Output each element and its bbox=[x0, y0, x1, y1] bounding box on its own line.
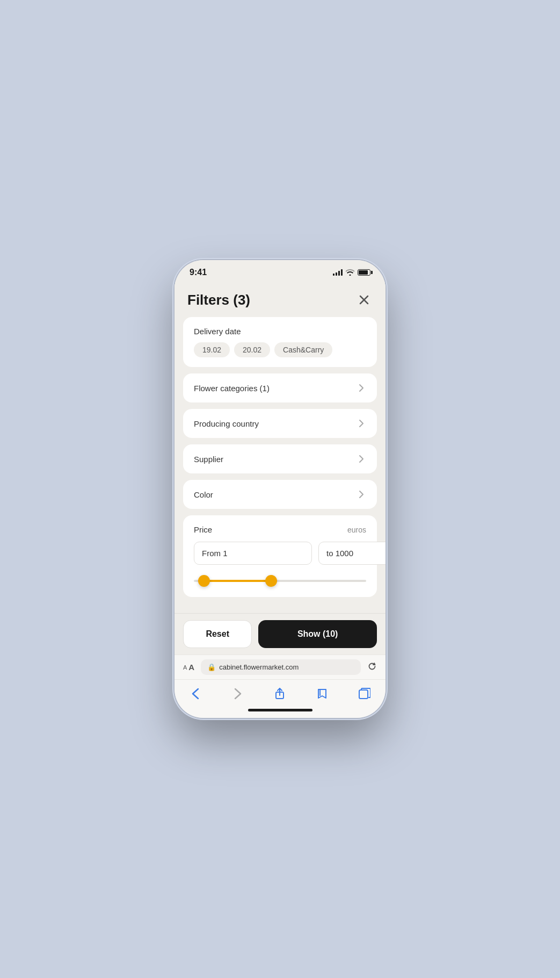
price-to-input[interactable] bbox=[318, 542, 386, 565]
reload-button[interactable] bbox=[367, 661, 377, 673]
home-indicator bbox=[174, 704, 386, 718]
producing-country-label: Producing country bbox=[194, 419, 259, 428]
forward-icon bbox=[234, 688, 242, 700]
filter-header: Filters (3) bbox=[174, 281, 386, 317]
nav-bookmarks-button[interactable] bbox=[310, 685, 334, 702]
producing-country-row[interactable]: Producing country bbox=[194, 419, 366, 428]
phone-frame: 9:41 Filters (3) bbox=[174, 260, 386, 718]
flower-categories-label: Flower categories (1) bbox=[194, 384, 270, 393]
price-from-input[interactable] bbox=[194, 542, 312, 565]
tabs-icon bbox=[359, 688, 370, 700]
home-bar bbox=[248, 709, 312, 711]
nav-bar bbox=[174, 679, 386, 704]
signal-icon bbox=[333, 269, 343, 276]
reload-icon bbox=[367, 661, 377, 671]
filter-panel: Filters (3) Delivery date 19.02 bbox=[174, 281, 386, 655]
nav-share-button[interactable] bbox=[268, 685, 292, 702]
supplier-row[interactable]: Supplier bbox=[194, 454, 366, 464]
status-time: 9:41 bbox=[190, 268, 207, 277]
slider-thumb-max[interactable] bbox=[265, 575, 277, 587]
chevron-right-icon bbox=[357, 383, 366, 393]
nav-back-button[interactable] bbox=[184, 685, 207, 702]
color-row[interactable]: Color bbox=[194, 490, 366, 499]
nav-forward-button[interactable] bbox=[226, 685, 250, 702]
date-chip-1902[interactable]: 19.02 bbox=[194, 342, 230, 357]
text-size-control[interactable]: A A bbox=[183, 663, 194, 672]
browser-url: cabinet.flowermarket.com bbox=[219, 663, 299, 671]
back-icon bbox=[192, 688, 199, 700]
close-icon bbox=[359, 295, 369, 305]
share-icon bbox=[274, 688, 285, 700]
close-button[interactable] bbox=[355, 291, 373, 308]
main-content: Filters (3) Delivery date 19.02 bbox=[174, 281, 386, 655]
wifi-icon bbox=[346, 269, 354, 276]
show-button[interactable]: Show (10) bbox=[258, 620, 377, 648]
reset-button[interactable]: Reset bbox=[183, 620, 252, 648]
date-chip-cashcarry[interactable]: Cash&Carry bbox=[274, 342, 332, 357]
supplier-card[interactable]: Supplier bbox=[183, 444, 377, 473]
delivery-date-title: Delivery date bbox=[194, 327, 366, 336]
price-label: Price bbox=[194, 525, 212, 534]
color-card[interactable]: Color bbox=[183, 480, 377, 509]
supplier-label: Supplier bbox=[194, 455, 223, 464]
text-size-large: A bbox=[188, 663, 194, 672]
filter-title: Filters (3) bbox=[187, 292, 250, 308]
price-card: Price euros bbox=[183, 515, 377, 597]
chevron-right-icon bbox=[357, 419, 366, 428]
slider-thumb-min[interactable] bbox=[198, 575, 210, 587]
nav-tabs-button[interactable] bbox=[353, 685, 376, 702]
delivery-date-card: Delivery date 19.02 20.02 Cash&Carry bbox=[183, 317, 377, 367]
battery-icon bbox=[358, 269, 370, 276]
flower-categories-card[interactable]: Flower categories (1) bbox=[183, 373, 377, 402]
price-currency: euros bbox=[347, 526, 366, 534]
price-inputs bbox=[194, 542, 366, 565]
slider-fill bbox=[208, 580, 272, 582]
browser-url-bar[interactable]: 🔒 cabinet.flowermarket.com bbox=[201, 659, 361, 675]
browser-bar: A A 🔒 cabinet.flowermarket.com bbox=[174, 655, 386, 679]
filter-sections: Delivery date 19.02 20.02 Cash&Carry bbox=[174, 317, 386, 613]
bottom-actions: Reset Show (10) bbox=[174, 613, 386, 655]
chevron-right-icon bbox=[357, 454, 366, 464]
flower-categories-row[interactable]: Flower categories (1) bbox=[194, 383, 366, 393]
chevron-right-icon bbox=[357, 490, 366, 499]
status-icons bbox=[333, 269, 370, 276]
svg-rect-4 bbox=[359, 690, 368, 699]
lock-icon: 🔒 bbox=[207, 663, 216, 671]
price-header: Price euros bbox=[194, 525, 366, 534]
producing-country-card[interactable]: Producing country bbox=[183, 409, 377, 438]
price-slider[interactable] bbox=[194, 574, 366, 587]
color-label: Color bbox=[194, 490, 213, 499]
status-bar: 9:41 bbox=[174, 260, 386, 281]
bookmarks-icon bbox=[316, 688, 328, 700]
date-chip-2002[interactable]: 20.02 bbox=[234, 342, 270, 357]
text-size-small: A bbox=[183, 664, 187, 671]
date-chips: 19.02 20.02 Cash&Carry bbox=[194, 342, 366, 357]
